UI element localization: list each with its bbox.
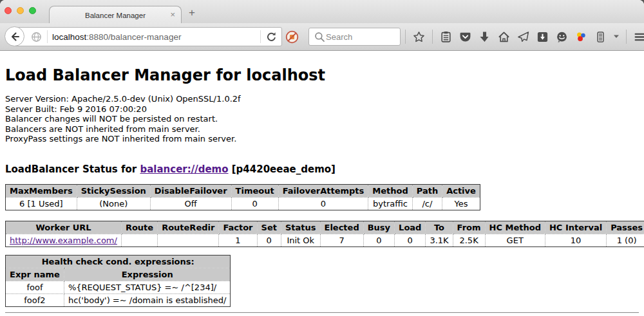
cell-from: 2.5K	[453, 234, 485, 246]
cell-route	[121, 234, 157, 246]
col-load: Load	[395, 221, 426, 234]
plugin-blocked-icon[interactable]	[285, 30, 299, 44]
bookmark-star-icon[interactable]	[413, 31, 425, 43]
new-tab-button[interactable]: +	[189, 7, 195, 18]
chevron-down-icon[interactable]	[614, 35, 619, 39]
search-icon	[314, 31, 326, 43]
toolbar-icons	[405, 23, 644, 50]
balancer-settings-table: MaxMembers StickySession DisableFailover…	[5, 184, 480, 210]
cell-to: 3.1K	[426, 234, 453, 246]
heading-suffix: [p4420eeae_demo]	[229, 163, 336, 175]
close-window-button[interactable]	[5, 7, 12, 14]
menu-hamburger-icon[interactable]	[634, 31, 644, 43]
cell-path: /c/	[412, 197, 442, 210]
col-from: From	[453, 221, 485, 234]
cell-worker-url: http://www.example.com/	[6, 234, 122, 246]
minimize-window-button[interactable]	[17, 7, 24, 14]
worker-table: Worker URL Route RouteRedir Factor Set S…	[5, 221, 644, 247]
col-set: Set	[257, 221, 281, 234]
col-passes: Passes	[607, 221, 644, 234]
tab-title: Balancer Manager	[85, 12, 146, 19]
server-built-line: Server Built: Feb 9 2016 07:00:20	[5, 104, 639, 115]
cell-busy: 0	[363, 234, 394, 246]
col-disablefailover: DisableFailover	[150, 184, 231, 197]
back-button[interactable]	[5, 26, 24, 46]
col-worker-url: Worker URL	[6, 221, 122, 234]
cell-routeredir	[158, 234, 219, 246]
url-path: :8880/balancer-manager	[86, 32, 181, 42]
health-check-expressions-table: Health check cond. expressions: Expr nam…	[5, 255, 231, 307]
container-battery-icon[interactable]	[594, 31, 607, 43]
table-header-row: MaxMembers StickySession DisableFailover…	[6, 184, 480, 197]
col-path: Path	[412, 184, 442, 197]
download-extension-icon[interactable]	[536, 31, 549, 43]
browser-tab[interactable]: Balancer Manager ×	[49, 6, 182, 24]
cell-maxmembers: 6 [1 Used]	[6, 197, 77, 210]
cell-expr-name: foof	[6, 281, 64, 293]
url-host: localhost	[52, 32, 86, 42]
search-bar[interactable]	[308, 28, 401, 46]
cell-timeout: 0	[231, 197, 278, 210]
col-maxmembers: MaxMembers	[6, 184, 77, 197]
page-title: Load Balancer Manager for localhost	[5, 66, 639, 84]
download-arrow-icon[interactable]	[478, 31, 491, 43]
worker-url-link[interactable]: http://www.example.com/	[10, 236, 117, 245]
worker-row: http://www.example.com/ 1 0 Init Ok 7 0 …	[6, 234, 644, 246]
table-header-row: Worker URL Route RouteRedir Factor Set S…	[6, 221, 644, 234]
cell-hc-interval: 10	[545, 234, 606, 246]
search-input[interactable]	[326, 32, 395, 42]
cell-method: bytraffic	[368, 197, 412, 210]
cell-failoverattempts: 0	[278, 197, 368, 210]
table-title-row: Health check cond. expressions:	[6, 255, 231, 268]
col-factor: Factor	[219, 221, 257, 234]
table-row: 6 [1 Used] (None) Off 0 0 bytraffic /c/ …	[6, 197, 480, 210]
pocket-icon[interactable]	[459, 31, 471, 43]
site-identity-globe-icon	[30, 31, 43, 43]
col-busy: Busy	[363, 221, 394, 234]
col-to: To	[426, 221, 453, 234]
balancers-notice-line: Balancers are NOT inherited from main se…	[5, 124, 639, 135]
heading-prefix: LoadBalancer Status for	[5, 163, 140, 175]
cell-hc-method: GET	[485, 234, 545, 246]
col-failoverattempts: FailoverAttempts	[278, 184, 368, 197]
proxypass-notice-line: ProxyPass settings are NOT inherited fro…	[5, 134, 639, 144]
col-elected: Elected	[320, 221, 363, 234]
balancer-demo-link[interactable]: balancer://demo	[140, 163, 228, 175]
tab-close-icon[interactable]: ×	[170, 10, 175, 19]
home-icon[interactable]	[498, 31, 510, 43]
urlbar-divider	[47, 30, 48, 43]
bookmarks-clipboard-icon[interactable]	[440, 31, 452, 43]
server-info: Server Version: Apache/2.5.0-dev (Unix) …	[5, 94, 639, 144]
feedback-smiley-icon[interactable]	[556, 31, 568, 43]
back-arrow-icon	[9, 31, 21, 42]
col-routeredir: RouteRedir	[158, 221, 219, 234]
cell-set: 0	[257, 234, 281, 246]
url-bar[interactable]: localhost:8880/balancer-manager	[14, 27, 282, 46]
col-route: Route	[121, 221, 157, 234]
cell-expr-name: foof2	[6, 293, 64, 306]
col-expr-name: Expr name	[6, 268, 64, 281]
toolbar-divider	[432, 30, 433, 44]
urlbar-divider	[260, 30, 261, 43]
server-version-line: Server Version: Apache/2.5.0-dev (Unix) …	[5, 94, 639, 104]
cell-factor: 1	[219, 234, 257, 246]
cell-active: Yes	[442, 197, 480, 210]
toolbar-divider	[405, 30, 406, 44]
cell-expression: %{REQUEST_STATUS} =~ /^[234]/	[64, 281, 231, 293]
table-row: foof %{REQUEST_STATUS} =~ /^[234]/	[6, 281, 231, 293]
extension-dots-icon[interactable]	[575, 31, 587, 43]
address-text[interactable]: localhost:8880/balancer-manager	[52, 32, 256, 42]
table-row: foof2 hc('body') =~ /domain is establish…	[6, 293, 231, 306]
col-active: Active	[442, 184, 480, 197]
browser-window: Balancer Manager × + localhost:8880/bala…	[0, 0, 644, 316]
cell-passes: 1 (0)	[607, 234, 644, 246]
title-bar: Balancer Manager × +	[0, 0, 644, 23]
send-plane-icon[interactable]	[517, 31, 529, 43]
persist-notice-line: Balancer changes will NOT be persisted o…	[5, 114, 639, 124]
zoom-window-button[interactable]	[29, 7, 36, 14]
reload-icon[interactable]	[265, 31, 278, 43]
col-hc-interval: HC Interval	[545, 221, 606, 234]
cell-load: 0	[395, 234, 426, 246]
col-expression: Expression	[64, 268, 231, 281]
hc-table-title: Health check cond. expressions:	[6, 255, 231, 268]
